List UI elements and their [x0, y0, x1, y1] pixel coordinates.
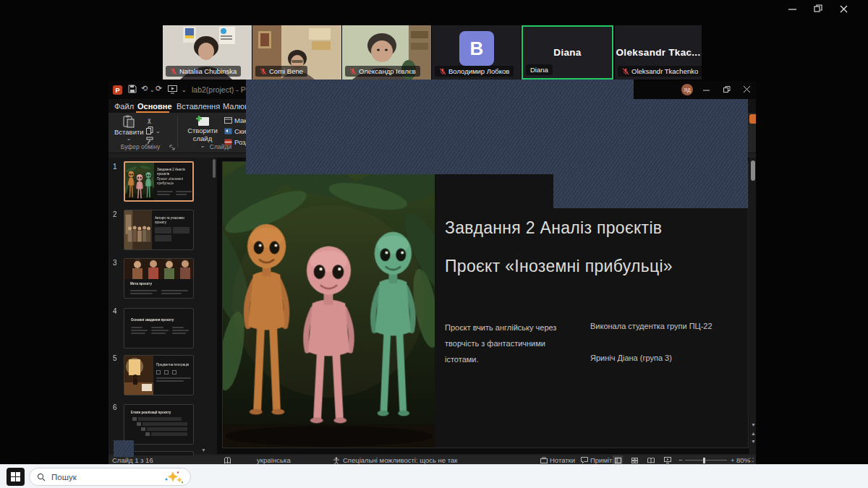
- participant-name: Oleksandr Tkachenko: [631, 67, 698, 75]
- paste-clipboard-icon: [123, 115, 135, 128]
- slide-image-aliens[interactable]: [223, 162, 435, 448]
- participant-tile-diana[interactable]: Diana Diana: [522, 25, 613, 80]
- undo-button[interactable]: ⟲: [141, 84, 148, 93]
- participant-label: Олександр Ієвлєв: [345, 66, 420, 77]
- clipboard-dialog-launcher-icon[interactable]: [169, 145, 175, 150]
- participant-tile-nataliia[interactable]: Nataliia Chubinska: [163, 25, 252, 80]
- powerpoint-logo-icon: P: [113, 85, 122, 95]
- thumb-title: Мета проєкту: [130, 282, 188, 286]
- slide-thumbnail-5[interactable]: Предметна інтеграція: [124, 355, 194, 395]
- slide-credit-line2[interactable]: Яриніч Діана (група 3): [590, 354, 735, 362]
- save-button[interactable]: [128, 85, 137, 93]
- mic-muted-icon: [260, 68, 267, 75]
- thumbnail-art-girls: [124, 259, 193, 279]
- slide-thumbnails-panel: 1 Завдання 2 Аналіз проєктів Проєкт «Іно…: [109, 158, 217, 454]
- ppt-close-button[interactable]: [744, 86, 751, 93]
- zoom-slider-track[interactable]: [685, 460, 727, 461]
- previous-slide-icon[interactable]: ▲: [751, 431, 756, 436]
- slide-thumbnail-2[interactable]: Автори та учасники проєкту: [124, 210, 194, 250]
- participant-name: Олександр Ієвлєв: [359, 67, 416, 75]
- mic-muted-icon: [439, 68, 446, 75]
- thumb-title: Основні завдання проєкту: [131, 318, 189, 322]
- slide-number: 2: [113, 210, 122, 218]
- account-avatar[interactable]: ЯД: [681, 84, 693, 95]
- thumb-title: Автори та учасники проєкту: [155, 216, 191, 224]
- participant-tile-comi[interactable]: Comi Bene: [252, 25, 341, 80]
- search-placeholder: Пошук: [51, 473, 158, 481]
- thumb-title: Етапи реалізації проєкту: [131, 411, 190, 415]
- slide-scrollbar-thumb[interactable]: [751, 160, 755, 181]
- share-button-partial[interactable]: [749, 114, 756, 124]
- thumbnails-scrollbar[interactable]: [213, 159, 216, 178]
- slide-credit-line1[interactable]: Виконала студентка групи ПЦ-22: [590, 322, 735, 330]
- clipboard-group-label: Буфер обміну: [111, 143, 169, 150]
- tab-file[interactable]: Файл: [114, 99, 134, 113]
- start-button[interactable]: [7, 468, 25, 486]
- slide-scrollbar[interactable]: ▼ ▲ ▼: [750, 158, 756, 454]
- mic-muted-icon: [349, 68, 357, 75]
- thumb-title: Завдання 2 Аналіз проєктів: [157, 168, 192, 176]
- participant-tile-volodymyr[interactable]: B Володимир Лобков: [432, 25, 521, 80]
- search-icon: [37, 473, 46, 481]
- meeting-minimize-button[interactable]: [788, 5, 796, 13]
- participant-label: Comi Bene: [255, 66, 307, 77]
- slide-thumbnail-6[interactable]: Етапи реалізації проєкту: [124, 404, 194, 445]
- avatar-letter: B: [470, 38, 484, 60]
- cut-icon[interactable]: ✂: [145, 118, 153, 124]
- participant-label: Володимир Лобков: [435, 66, 514, 77]
- thumbnail-art-room: [124, 356, 153, 395]
- copy-dropdown-icon[interactable]: ⌄: [156, 129, 161, 134]
- thumbnail-art-aliens: [125, 163, 154, 202]
- participant-tile-tkachenko[interactable]: Oleksandr Tkac... Oleksandr Tkachenko: [615, 25, 702, 80]
- slide-body-text[interactable]: Проєкт вчить англійську через творчість …: [445, 320, 575, 367]
- start-slideshow-button[interactable]: [168, 85, 177, 94]
- windows-taskbar: Пошук 124: [0, 464, 868, 488]
- participant-label: Nataliia Chubinska: [166, 66, 241, 77]
- mic-muted-icon: [622, 68, 629, 75]
- slide-thumbnail-1[interactable]: Завдання 2 Аналіз проєктів Проєкт «Інозе…: [124, 161, 194, 202]
- next-slide-icon[interactable]: ▼: [751, 439, 756, 444]
- panel-collapse-icon[interactable]: ▼: [201, 448, 206, 453]
- privacy-overlay-small: [114, 440, 134, 457]
- participant-name: Comi Bene: [269, 67, 303, 75]
- meeting-restore-button[interactable]: [814, 4, 822, 13]
- privacy-overlay-lower: [553, 174, 748, 208]
- zoom-slider-thumb[interactable]: [703, 458, 705, 463]
- slide-thumbnail-4[interactable]: Основні завдання проєкту: [124, 308, 194, 348]
- scroll-down-icon[interactable]: ▼: [751, 422, 756, 427]
- participant-tile-oleksandr-ievlev[interactable]: Олександр Ієвлєв: [342, 25, 431, 80]
- privacy-overlay-main: [246, 99, 748, 174]
- redo-button[interactable]: ⟳: [156, 84, 162, 93]
- qat-dropdown-icon[interactable]: ⌄: [182, 87, 187, 93]
- participant-label: Diana: [526, 64, 553, 75]
- new-slide-icon: [195, 115, 210, 127]
- participant-avatar: B: [459, 31, 494, 66]
- layout-icon[interactable]: [224, 117, 232, 124]
- paste-button[interactable]: Вставити ⌄: [114, 115, 143, 144]
- undo-dropdown-icon[interactable]: ⌄: [150, 87, 155, 93]
- slide-title-line2[interactable]: Проєкт «Іноземні прибульці»: [445, 257, 673, 276]
- thumb-subtitle: Проєкт «Іноземні прибульці»: [157, 177, 192, 185]
- windows-logo-icon: [11, 472, 20, 481]
- reset-icon[interactable]: [224, 128, 232, 134]
- desktop-screen: Nataliia Chubinska Comi Bene: [0, 0, 868, 488]
- slide-number: 3: [113, 259, 122, 267]
- meeting-close-button[interactable]: [840, 5, 848, 13]
- copilot-sparkle-icon[interactable]: [164, 471, 183, 484]
- tab-insert[interactable]: Вставлення: [176, 99, 220, 113]
- ppt-restore-button[interactable]: [723, 86, 731, 93]
- copy-icon[interactable]: [146, 127, 153, 134]
- mic-muted-icon: [170, 68, 177, 75]
- thumbnail-art-people: [124, 210, 152, 249]
- participant-name: Diana: [530, 66, 548, 74]
- thumb-title: Предметна інтеграція: [156, 363, 191, 367]
- ribbon-separator: [177, 116, 178, 147]
- privacy-overlay-top: [246, 80, 634, 100]
- participant-name: Nataliia Chubinska: [179, 67, 237, 75]
- search-box[interactable]: Пошук: [29, 468, 191, 486]
- new-slide-label: Створити слайд: [184, 127, 221, 143]
- slide-number: 4: [113, 307, 122, 315]
- slide-title-line1[interactable]: Завдання 2 Аналіз проєктів: [445, 218, 662, 238]
- slide-thumbnail-3[interactable]: Мета проєкту: [124, 258, 194, 299]
- ppt-minimize-button[interactable]: [703, 86, 710, 93]
